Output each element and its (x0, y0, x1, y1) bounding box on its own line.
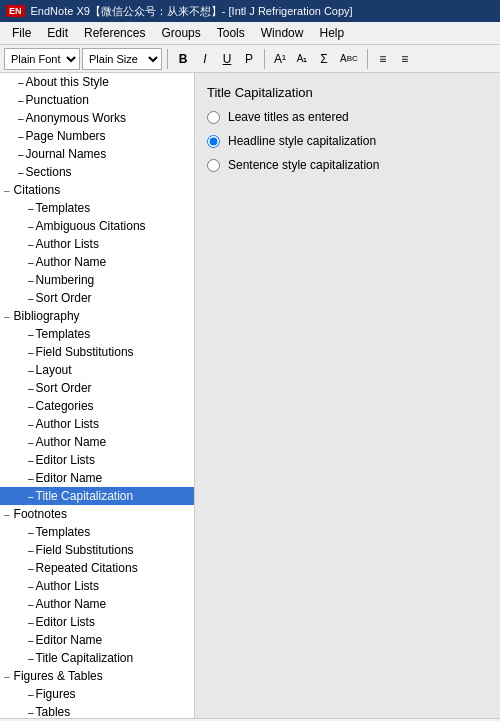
tree-item-sort-order[interactable]: –Sort Order (0, 289, 194, 307)
superscript-button[interactable]: A¹ (270, 48, 290, 70)
tree-item-sort-order[interactable]: –Sort Order (0, 379, 194, 397)
tree-item-templates[interactable]: –Templates (0, 523, 194, 541)
tree-item-dash: – (28, 347, 34, 358)
tree-item-label: Author Name (36, 255, 107, 269)
tree-item-label: Ambiguous Citations (36, 219, 146, 233)
menu-item-window[interactable]: Window (253, 24, 312, 42)
tree-item-tables[interactable]: –Tables (0, 703, 194, 718)
tree-item-figures[interactable]: –Figures (0, 685, 194, 703)
tree-item-ambiguous-citations[interactable]: –Ambiguous Citations (0, 217, 194, 235)
tree-item-anonymous-works[interactable]: –Anonymous Works (0, 109, 194, 127)
bold-button[interactable]: B (173, 48, 193, 70)
tree-item-label: Anonymous Works (26, 111, 126, 125)
tree-item-dash: – (28, 473, 34, 484)
tree-item-dash: – (18, 113, 24, 124)
tree-item-page-numbers[interactable]: –Page Numbers (0, 127, 194, 145)
tree-item-label: Author Lists (36, 417, 99, 431)
tree-item-label: Templates (36, 327, 91, 341)
tree-item-label: Page Numbers (26, 129, 106, 143)
tree-item-dash: – (28, 203, 34, 214)
tree-item-editor-lists[interactable]: –Editor Lists (0, 613, 194, 631)
section-header-figures-&-tables[interactable]: –Figures & Tables (0, 667, 194, 685)
tree-item-dash: – (18, 167, 24, 178)
tree-item-punctuation[interactable]: –Punctuation (0, 91, 194, 109)
tree-item-dash: – (28, 545, 34, 556)
tree-item-repeated-citations[interactable]: –Repeated Citations (0, 559, 194, 577)
tree-item-dash: – (28, 257, 34, 268)
tree-item-field-substitutions[interactable]: –Field Substitutions (0, 343, 194, 361)
tree-item-author-name[interactable]: –Author Name (0, 433, 194, 451)
tree-item-journal-names[interactable]: –Journal Names (0, 145, 194, 163)
align-left-button[interactable]: ≡ (373, 48, 393, 70)
radio-row-sentence[interactable]: Sentence style capitalization (207, 158, 488, 172)
menu-item-edit[interactable]: Edit (39, 24, 76, 42)
section-header-citations[interactable]: –Citations (0, 181, 194, 199)
tree-item-author-lists[interactable]: –Author Lists (0, 577, 194, 595)
tree-item-layout[interactable]: –Layout (0, 361, 194, 379)
toolbar-divider-2 (264, 49, 265, 69)
radio-leave[interactable] (207, 111, 220, 124)
italic-button[interactable]: I (195, 48, 215, 70)
expand-icon: – (4, 671, 10, 682)
tree-item-label: Title Capitalization (36, 489, 134, 503)
tree-item-dash: – (28, 365, 34, 376)
tree-item-editor-lists[interactable]: –Editor Lists (0, 451, 194, 469)
tree-item-dash: – (28, 293, 34, 304)
tree-item-editor-name[interactable]: –Editor Name (0, 631, 194, 649)
tree-item-dash: – (28, 635, 34, 646)
radio-sentence[interactable] (207, 159, 220, 172)
plain-button[interactable]: P (239, 48, 259, 70)
tree-item-categories[interactable]: –Categories (0, 397, 194, 415)
app-title: EndNote X9【微信公众号：从来不想】- [Intl J Refriger… (31, 4, 353, 19)
tree-item-label: Categories (36, 399, 94, 413)
tree-item-numbering[interactable]: –Numbering (0, 271, 194, 289)
tree-item-dash: – (18, 95, 24, 106)
size-select[interactable]: Plain Size (82, 48, 162, 70)
section-header-footnotes[interactable]: –Footnotes (0, 505, 194, 523)
tree-item-label: Editor Name (36, 471, 103, 485)
font-select[interactable]: Plain Font (4, 48, 80, 70)
tree-item-dash: – (28, 491, 34, 502)
align-right-button[interactable]: ≡ (395, 48, 415, 70)
section-header-bibliography[interactable]: –Bibliography (0, 307, 194, 325)
smallcaps-button[interactable]: ABC (336, 48, 362, 70)
tree-item-label: Author Name (36, 597, 107, 611)
tree-item-templates[interactable]: –Templates (0, 199, 194, 217)
tree-item-author-lists[interactable]: –Author Lists (0, 235, 194, 253)
underline-button[interactable]: U (217, 48, 237, 70)
subscript-button[interactable]: A₁ (292, 48, 312, 70)
radio-row-leave[interactable]: Leave titles as entered (207, 110, 488, 124)
menu-item-references[interactable]: References (76, 24, 153, 42)
tree-item-label: Sort Order (36, 381, 92, 395)
menu-item-file[interactable]: File (4, 24, 39, 42)
tree-container: –About this Style–Punctuation–Anonymous … (0, 73, 194, 718)
tree-item-dash: – (28, 221, 34, 232)
tree-item-dash: – (28, 419, 34, 430)
tree-item-author-lists[interactable]: –Author Lists (0, 415, 194, 433)
tree-item-label: Sort Order (36, 291, 92, 305)
tree-item-field-substitutions[interactable]: –Field Substitutions (0, 541, 194, 559)
tree-item-templates[interactable]: –Templates (0, 325, 194, 343)
title-bar: EN EndNote X9【微信公众号：从来不想】- [Intl J Refri… (0, 0, 500, 22)
menu-item-tools[interactable]: Tools (209, 24, 253, 42)
radio-headline[interactable] (207, 135, 220, 148)
section-label: Citations (14, 183, 61, 197)
tree-item-dash: – (28, 383, 34, 394)
tree-item-dash: – (28, 689, 34, 700)
tree-item-label: Figures (36, 687, 76, 701)
tree-item-label: Layout (36, 363, 72, 377)
tree-item-about-this-style[interactable]: –About this Style (0, 73, 194, 91)
section-label: Footnotes (14, 507, 67, 521)
tree-item-dash: – (28, 581, 34, 592)
tree-item-title-capitalization[interactable]: –Title Capitalization (0, 487, 194, 505)
tree-item-editor-name[interactable]: –Editor Name (0, 469, 194, 487)
menu-item-groups[interactable]: Groups (153, 24, 208, 42)
radio-row-headline[interactable]: Headline style capitalization (207, 134, 488, 148)
expand-icon: – (4, 311, 10, 322)
tree-item-title-capitalization[interactable]: –Title Capitalization (0, 649, 194, 667)
menu-item-help[interactable]: Help (311, 24, 352, 42)
tree-item-author-name[interactable]: –Author Name (0, 253, 194, 271)
sigma-button[interactable]: Σ (314, 48, 334, 70)
tree-item-author-name[interactable]: –Author Name (0, 595, 194, 613)
tree-item-sections[interactable]: –Sections (0, 163, 194, 181)
